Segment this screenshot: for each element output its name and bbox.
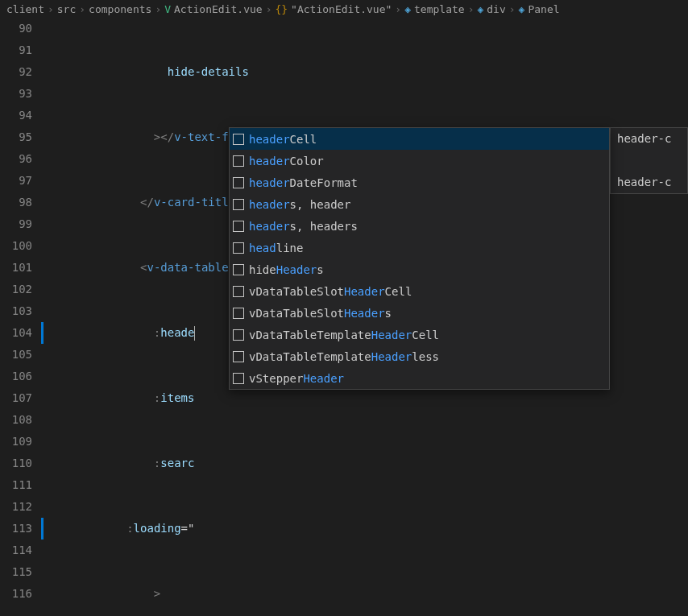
line-number: 91 [0, 39, 32, 61]
suggestion-item[interactable]: vDataTableSlotHeaderCell [230, 280, 609, 302]
chevron-right-icon: › [266, 3, 272, 15]
snippet-icon [233, 329, 244, 341]
snippet-icon [233, 264, 244, 275]
line-number: 111 [0, 474, 32, 496]
line-number: 97 [0, 170, 32, 192]
line-number: 104 [0, 322, 32, 344]
line-number: 98 [0, 192, 32, 213]
chevron-right-icon: › [48, 3, 54, 15]
suggestion-popup[interactable]: headerCell headerColor headerDateFormat … [229, 127, 610, 390]
line-number: 116 [0, 583, 32, 605]
line-number: 114 [0, 540, 32, 561]
line-number: 110 [0, 453, 32, 474]
line-number: 113 [0, 518, 32, 540]
doc-text: header-c [611, 128, 687, 150]
text-cursor [194, 326, 195, 341]
suggestion-item[interactable]: hideHeaders [230, 258, 609, 280]
suggestion-item[interactable]: headers, headers [230, 215, 609, 237]
cube-icon: ◈ [477, 3, 483, 15]
line-number: 102 [0, 279, 32, 300]
breadcrumb-item[interactable]: VActionEdit.vue [164, 3, 262, 15]
doc-text: header-c [611, 172, 687, 193]
doc-text [611, 150, 687, 172]
breadcrumb-item[interactable]: ◈template [404, 3, 464, 15]
line-number: 109 [0, 431, 32, 453]
suggestion-item[interactable]: headers, header [230, 193, 609, 215]
change-indicator [41, 518, 44, 540]
chevron-right-icon: › [155, 3, 161, 15]
line-number: 101 [0, 257, 32, 279]
line-number-gutter: 90 91 92 93 94 95 96 97 98 99 100 101 10… [0, 18, 45, 616]
suggestion-item[interactable]: headerCell [230, 128, 609, 150]
line-number: 92 [0, 61, 32, 83]
breadcrumb-item[interactable]: components [89, 3, 151, 15]
suggestion-item[interactable]: vStepperHeader [230, 367, 609, 389]
snippet-icon [233, 373, 244, 384]
line-number: 96 [0, 148, 32, 170]
vue-icon: V [164, 3, 171, 15]
snippet-icon [233, 286, 244, 297]
line-number: 107 [0, 387, 32, 409]
line-number: 90 [0, 18, 32, 39]
suggestion-item[interactable]: headerColor [230, 150, 609, 172]
line-number: 99 [0, 213, 32, 235]
breadcrumb-item[interactable]: client [6, 3, 44, 15]
snippet-icon [233, 308, 244, 319]
line-number: 93 [0, 83, 32, 105]
line-number: 95 [0, 126, 32, 148]
suggestion-item[interactable]: headline [230, 237, 609, 258]
chevron-right-icon: › [509, 3, 516, 15]
line-number: 108 [0, 409, 32, 431]
breadcrumb-item[interactable]: src [57, 3, 76, 15]
snippet-icon [233, 177, 244, 188]
snippet-icon [233, 351, 244, 362]
change-indicator [41, 322, 44, 344]
suggestion-doc-popup: header-c header-c [610, 127, 688, 194]
line-number: 100 [0, 235, 32, 257]
breadcrumb[interactable]: client › src › components › VActionEdit.… [0, 0, 688, 18]
cube-icon: ◈ [519, 3, 525, 15]
breadcrumb-item[interactable]: ◈Panel [519, 3, 560, 15]
line-number: 115 [0, 561, 32, 583]
snippet-icon [233, 199, 244, 210]
snippet-icon [233, 242, 244, 254]
suggestion-item[interactable]: vDataTableTemplateHeaderCell [230, 324, 609, 345]
suggestion-item[interactable]: headerDateFormat [230, 172, 609, 193]
snippet-icon [233, 221, 244, 232]
line-number: 94 [0, 105, 32, 126]
braces-icon: {} [275, 3, 288, 15]
breadcrumb-item[interactable]: ◈div [477, 3, 505, 15]
breadcrumb-item[interactable]: {}"ActionEdit.vue" [275, 3, 392, 15]
suggestion-item[interactable]: vDataTableTemplateHeaderless [230, 345, 609, 367]
line-number: 105 [0, 344, 32, 366]
cube-icon: ◈ [404, 3, 411, 15]
suggestion-item[interactable]: vDataTableSlotHeaders [230, 302, 609, 324]
chevron-right-icon: › [395, 3, 401, 15]
chevron-right-icon: › [468, 3, 475, 15]
snippet-icon [233, 134, 244, 145]
line-number: 112 [0, 496, 32, 518]
line-number: 103 [0, 300, 32, 322]
line-number: 106 [0, 366, 32, 387]
snippet-icon [233, 155, 244, 167]
chevron-right-icon: › [79, 3, 85, 15]
